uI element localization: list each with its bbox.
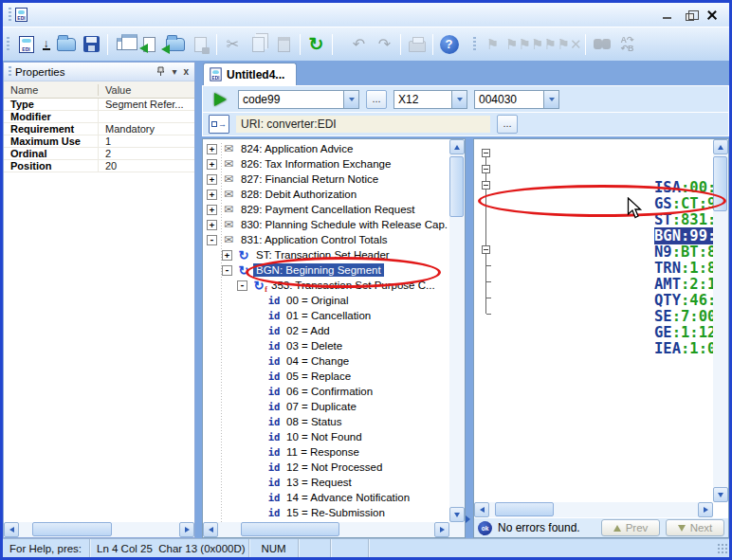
tree-item-label[interactable]: 04 = Change bbox=[284, 354, 352, 368]
tree-item[interactable]: id 04 = Change bbox=[203, 353, 449, 369]
scroll-thumb[interactable] bbox=[449, 156, 464, 217]
tree-item[interactable]: id 06 = Confirmation bbox=[203, 384, 449, 399]
tree-item-label[interactable]: 353: Transaction Set Purpose C... bbox=[268, 279, 438, 292]
tree-item[interactable]: - ✉ 831: Application Control Totals bbox=[203, 232, 449, 247]
panel-splitter[interactable] bbox=[195, 61, 202, 538]
property-row[interactable]: Ordinal 2 bbox=[4, 148, 194, 160]
check-out-icon[interactable] bbox=[137, 31, 162, 57]
menu-item[interactable] bbox=[27, 12, 43, 18]
save-icon[interactable] bbox=[79, 31, 104, 57]
help-icon[interactable]: ? bbox=[436, 31, 462, 57]
property-value[interactable]: 20 bbox=[99, 160, 194, 172]
tree-item[interactable]: id 12 = Not Processed bbox=[203, 460, 449, 475]
collapse-box-icon[interactable] bbox=[482, 181, 490, 190]
expander-box[interactable]: + bbox=[222, 250, 232, 261]
tree-item[interactable]: id 03 = Delete bbox=[203, 338, 449, 353]
properties-hscrollbar[interactable] bbox=[4, 522, 194, 537]
prev-error-button[interactable]: Prev bbox=[601, 519, 660, 536]
scroll-thumb[interactable] bbox=[241, 522, 339, 536]
tree-item-label[interactable]: 05 = Replace bbox=[284, 370, 354, 383]
close-icon[interactable] bbox=[705, 9, 719, 21]
edi-segment-row[interactable]: N9:BT:88200001 bbox=[478, 209, 713, 226]
tree-item[interactable]: - ↻ 353: Transaction Set Purpose C... bbox=[203, 278, 449, 293]
toolbar2-grip[interactable] bbox=[473, 37, 476, 52]
property-row[interactable]: Requirement Mandatory bbox=[4, 123, 194, 135]
collapse-box-icon[interactable] bbox=[482, 149, 490, 157]
tab-untitled4[interactable]: Untitled4... bbox=[203, 63, 297, 85]
flag-next-icon[interactable]: ⚑⚑ bbox=[505, 31, 531, 57]
print-icon[interactable] bbox=[404, 31, 430, 57]
menu-item[interactable] bbox=[119, 12, 134, 18]
property-value[interactable]: Segment Refer... bbox=[99, 99, 194, 110]
scroll-left-icon[interactable] bbox=[4, 522, 19, 537]
tree-item-label[interactable]: 828: Debit Authorization bbox=[238, 188, 359, 201]
standard-combobox[interactable]: X12 bbox=[393, 90, 467, 109]
tree-item-label[interactable]: 00 = Original bbox=[284, 294, 352, 307]
properties-close-icon[interactable]: x bbox=[183, 67, 189, 77]
menu-item[interactable] bbox=[73, 12, 88, 18]
resize-grip[interactable] bbox=[717, 543, 728, 554]
scroll-down-icon[interactable] bbox=[449, 507, 465, 522]
tree-item[interactable]: id 13 = Request bbox=[203, 475, 449, 490]
scroll-right-icon[interactable] bbox=[434, 522, 449, 537]
version-combobox[interactable]: 004030 bbox=[474, 90, 559, 109]
toolbar-grip[interactable] bbox=[7, 37, 9, 52]
property-row[interactable]: Maximum Use 1 bbox=[4, 135, 194, 148]
scroll-right-icon[interactable] bbox=[698, 502, 713, 517]
tree-item-label[interactable]: 03 = Delete bbox=[284, 339, 345, 352]
restore-icon[interactable] bbox=[683, 9, 696, 21]
edi-segment-row[interactable]: ST:831:00128001 bbox=[478, 177, 713, 193]
expander-box[interactable]: - bbox=[237, 280, 247, 291]
chevron-down-icon[interactable]: ▾ bbox=[172, 67, 176, 77]
check-in-icon[interactable] bbox=[162, 31, 188, 57]
tree-item-label[interactable]: 824: Application Advice bbox=[238, 142, 356, 155]
import-dropdown-icon[interactable]: ↓ bbox=[39, 31, 53, 57]
locked-file-icon[interactable] bbox=[188, 31, 213, 57]
scroll-left-icon[interactable] bbox=[474, 502, 489, 517]
tree-item-label[interactable]: 12 = Not Processed bbox=[284, 461, 385, 474]
properties-grip[interactable] bbox=[9, 66, 11, 78]
menu-item[interactable] bbox=[58, 12, 73, 18]
combo-dropdown-icon[interactable] bbox=[543, 91, 558, 108]
tree-item-label[interactable]: 831: Application Control Totals bbox=[238, 233, 391, 246]
expander-box[interactable]: + bbox=[207, 159, 217, 170]
uri-field[interactable]: URI: converter:EDI bbox=[236, 116, 490, 133]
expander-box[interactable]: + bbox=[207, 174, 217, 185]
tree-item-label[interactable]: 02 = Add bbox=[284, 324, 333, 337]
tree-item-label[interactable]: 08 = Status bbox=[284, 415, 345, 428]
menu-item[interactable] bbox=[43, 12, 58, 18]
tree-item-label[interactable]: 01 = Cancellation bbox=[284, 309, 374, 322]
expander-box[interactable]: + bbox=[207, 190, 217, 200]
edi-segment-row[interactable]: SE:7:00128001 bbox=[478, 274, 713, 290]
tree-item-label[interactable]: 06 = Confirmation bbox=[284, 385, 375, 398]
tree-item[interactable]: id 00 = Original bbox=[203, 293, 449, 308]
tree-item-label[interactable]: 826: Tax Information Exchange bbox=[238, 157, 393, 171]
tree-item[interactable]: id 02 = Add bbox=[203, 323, 449, 338]
edi-segment-row[interactable]: QTY:46:1 bbox=[478, 258, 713, 274]
edi-vscrollbar[interactable] bbox=[713, 139, 728, 502]
tree-item[interactable]: id 10 = Not Found bbox=[203, 429, 449, 444]
expander-box[interactable]: + bbox=[207, 205, 217, 215]
tree-item[interactable]: id 05 = Replace bbox=[203, 369, 449, 384]
edi-segment-row[interactable]: TRN:1:88200001 bbox=[478, 226, 713, 242]
property-value[interactable]: 1 bbox=[99, 135, 194, 147]
tree-item[interactable]: id 14 = Advance Notification bbox=[203, 490, 449, 505]
menu-item[interactable] bbox=[149, 12, 164, 18]
tree-item-label[interactable]: 830: Planning Schedule with Release Cap. bbox=[238, 218, 449, 231]
edi-hscrollbar[interactable] bbox=[474, 502, 713, 517]
tree-item[interactable]: + ✉ 826: Tax Information Exchange bbox=[203, 156, 449, 172]
run-button[interactable] bbox=[209, 89, 231, 109]
flag-clear-icon[interactable]: ⚑✕ bbox=[557, 31, 582, 57]
splitter-expand-icon[interactable] bbox=[466, 515, 470, 523]
scroll-up-icon[interactable] bbox=[449, 139, 465, 154]
expander-box[interactable]: - bbox=[207, 235, 217, 245]
scroll-right-icon[interactable] bbox=[179, 522, 194, 537]
scroll-down-icon[interactable] bbox=[713, 487, 728, 502]
tree-item[interactable]: - ↻ BGN: Beginning Segment bbox=[203, 262, 449, 278]
cascade-windows-icon[interactable] bbox=[111, 31, 137, 57]
scroll-thumb[interactable] bbox=[713, 156, 727, 211]
minimize-icon[interactable] bbox=[660, 9, 673, 21]
edi-segment-row[interactable]: BGN:99:88200001:20041201 bbox=[478, 193, 713, 209]
tree-item[interactable]: + ✉ 827: Financial Return Notice bbox=[203, 172, 449, 187]
menu-item[interactable] bbox=[88, 12, 103, 18]
